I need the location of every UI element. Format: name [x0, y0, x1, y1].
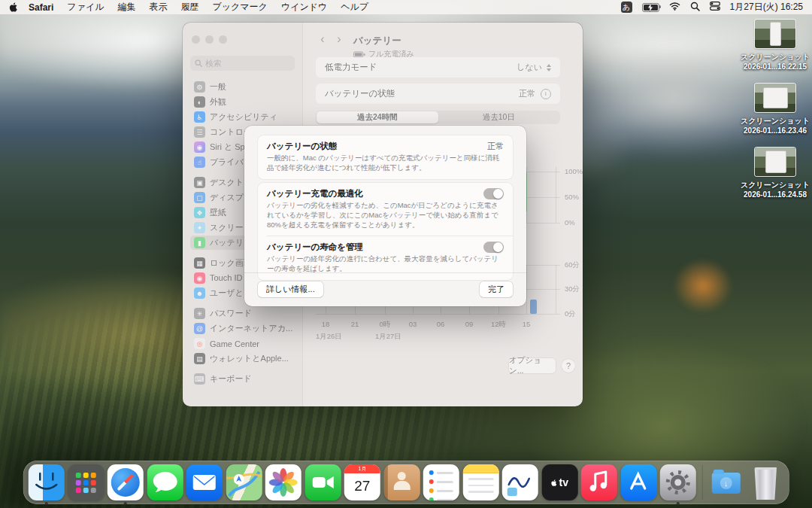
options-button[interactable]: オプション...	[509, 358, 556, 373]
x-tick-09: 09	[457, 320, 481, 328]
dock-launchpad-icon[interactable]	[68, 464, 104, 500]
level-tick-0: 0%	[565, 218, 575, 227]
dock-app-store-icon[interactable]	[620, 464, 656, 500]
x-tick-12h: 12時	[486, 320, 511, 330]
desktop-screenshot-3[interactable]: スクリーンショット 2026-01...16.24.58	[739, 148, 811, 199]
menu-view[interactable]: 表示	[142, 1, 174, 14]
dock-maps-icon[interactable]	[226, 464, 262, 500]
x-date-jan27: 1月27日	[375, 332, 401, 342]
sidebar-item-game-center[interactable]: ◎Game Center	[190, 336, 295, 351]
wallpaper-orange-tree	[662, 248, 744, 324]
battery-status-icon[interactable]	[642, 3, 659, 12]
menu-bookmarks[interactable]: ブックマーク	[205, 1, 274, 14]
x-tick-03: 03	[401, 320, 425, 328]
toggle-knob	[493, 189, 503, 199]
divider	[244, 272, 526, 273]
menu-file[interactable]: ファイル	[60, 1, 111, 14]
dock-contacts-icon[interactable]	[383, 464, 420, 500]
time-range-tabs: 過去24時間 過去10日	[316, 111, 560, 124]
dock-downloads-folder-icon[interactable]: ↓	[708, 464, 744, 500]
dock-tv-icon[interactable]: tv	[541, 464, 577, 500]
download-arrow-icon: ↓	[720, 477, 732, 489]
usage-tick-60: 60分	[565, 260, 580, 270]
battery-health-sheet: バッテリーの状態 正常 一般的に、Mac のバッテリーはすべての充電式バッテリー…	[244, 126, 526, 306]
low-power-mode-row: 低電力モード しない	[316, 57, 560, 78]
battery-lifespan-toggle[interactable]	[483, 242, 504, 253]
tab-last-24-hours[interactable]: 過去24時間	[317, 111, 438, 123]
menu-edit[interactable]: 編集	[111, 1, 142, 14]
wifi-icon[interactable]	[669, 2, 680, 13]
back-chevron-icon[interactable]: ‹	[314, 33, 331, 45]
level-tick-100: 100%	[565, 167, 583, 175]
page-title: バッテリー	[353, 35, 401, 46]
menu-history[interactable]: 履歴	[174, 1, 205, 14]
dock-messages-icon[interactable]	[147, 464, 183, 500]
dock-facetime-icon[interactable]	[304, 464, 341, 500]
control-center-icon[interactable]	[710, 2, 720, 13]
menu-help[interactable]: ヘルプ	[334, 1, 375, 14]
apple-menu-icon[interactable]	[9, 2, 19, 13]
desktop-screenshot-2[interactable]: スクリーンショット 2026-01...16.23.46	[739, 84, 811, 135]
wallet-icon: ▤	[194, 353, 205, 364]
gridline-v	[556, 265, 556, 314]
at-icon: @	[194, 323, 205, 334]
x-tick-21: 21	[343, 320, 367, 328]
close-icon	[192, 35, 200, 44]
section-description: バッテリーの経年劣化の進行に合わせて、最大容量を減らしてバッテリーの寿命を延ばし…	[258, 254, 513, 280]
dock-safari-icon[interactable]	[108, 464, 144, 500]
battery-icon: ▮	[194, 237, 205, 248]
dock-mail-icon[interactable]	[186, 464, 223, 500]
sidebar-search-input[interactable]: 検索	[190, 56, 295, 71]
traffic-lights[interactable]	[192, 35, 295, 44]
tab-last-10-days[interactable]: 過去10日	[438, 111, 560, 123]
gridline-v	[526, 265, 527, 314]
sidebar-item-internet-accounts[interactable]: @インターネットアカ...	[190, 321, 295, 336]
dock-freeform-icon[interactable]	[502, 464, 538, 500]
menu-window[interactable]: ウインドウ	[274, 1, 334, 14]
dock-music-icon[interactable]	[581, 464, 617, 500]
dock-photos-icon[interactable]	[265, 464, 301, 500]
help-button[interactable]: ?	[562, 359, 575, 373]
forward-chevron-icon[interactable]: ›	[331, 33, 347, 45]
x-tick-18: 18	[314, 320, 338, 328]
more-info-button[interactable]: 詳しい情報...	[258, 281, 323, 297]
section-description: 一般的に、Mac のバッテリーはすべての充電式バッテリーと同様に消耗品で経年劣化…	[258, 153, 513, 179]
sidebar-item-passwords[interactable]: ✳パスワード	[190, 306, 295, 321]
screenshot-thumbnail	[755, 84, 795, 112]
menu-app-name[interactable]: Safari	[22, 2, 60, 13]
minimize-icon	[205, 35, 214, 44]
sidebar-item-wallet[interactable]: ▤ウォレットとApple...	[190, 351, 295, 366]
sidebar-item-accessibility[interactable]: ♿アクセシビリティ	[190, 110, 295, 124]
screensaver-icon: ✦	[194, 222, 205, 233]
dock-system-settings-icon[interactable]	[660, 464, 696, 500]
optimized-charging-toggle[interactable]	[483, 188, 504, 199]
dock-reminders-icon[interactable]	[423, 464, 459, 500]
game-center-icon: ◎	[194, 338, 205, 349]
dock-calendar-icon[interactable]: 1月 27	[344, 464, 380, 500]
desktop-dock-icon: ▣	[194, 177, 205, 188]
zoom-icon	[219, 35, 227, 44]
dock-trash-icon[interactable]	[747, 464, 783, 500]
low-power-mode-select[interactable]: しない	[517, 62, 551, 73]
appearance-icon: ◐	[194, 96, 205, 108]
display-icon: ▢	[194, 192, 205, 203]
sidebar-item-appearance[interactable]: ◐外観	[190, 95, 295, 109]
dock-finder-icon[interactable]	[29, 464, 65, 500]
x-tick-0h: 0時	[373, 320, 397, 330]
menu-clock[interactable]: 1月27日(火) 16:25	[730, 1, 803, 14]
info-icon[interactable]: i	[541, 89, 551, 99]
search-icon	[195, 59, 202, 67]
wallpaper-icon: ❖	[194, 207, 205, 218]
desktop-screenshot-1[interactable]: スクリーンショット 2026-01...16.22.15	[739, 20, 811, 71]
search-icon[interactable]	[690, 2, 700, 14]
section-title: バッテリーの状態	[267, 141, 337, 152]
control-center-icon: ☰	[194, 126, 205, 138]
battery-state-value: 正常	[487, 141, 504, 152]
lock-screen-icon: ▦	[194, 257, 205, 269]
input-source-icon[interactable]: あ	[621, 2, 632, 13]
dock-notes-icon[interactable]	[462, 464, 498, 500]
done-button[interactable]: 完了	[480, 281, 513, 297]
sidebar-item-keyboard[interactable]: ⌨キーボード	[190, 372, 295, 386]
dock-separator	[701, 465, 702, 500]
sidebar-item-general[interactable]: ⚙一般	[190, 80, 295, 94]
